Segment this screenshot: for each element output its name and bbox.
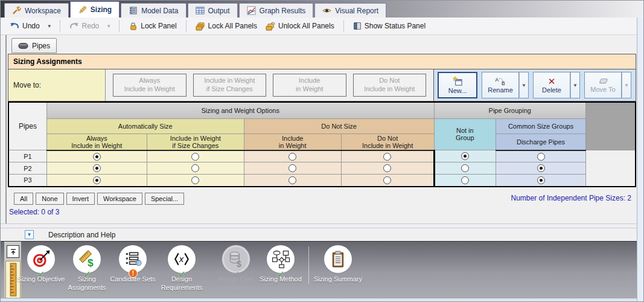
select-all-button[interactable]: All xyxy=(14,193,33,205)
radio-P1-discharge[interactable] xyxy=(537,153,545,161)
radio-cell xyxy=(434,175,496,187)
radio-P1-do_not_include[interactable] xyxy=(383,153,391,161)
app-window: Workspace Sizing Model Data Output Graph… xyxy=(0,0,644,302)
radio-P1-always[interactable] xyxy=(93,153,101,161)
pipe-row-label: P1 xyxy=(8,150,46,162)
collapse-description-button[interactable]: ▼ xyxy=(25,230,34,239)
unlock-all-panels-button[interactable]: Unlock All Panels xyxy=(263,20,337,33)
delete-button[interactable]: ✕ Delete xyxy=(533,72,570,98)
undo-label: Undo xyxy=(22,22,40,30)
radio-P1-not_in_group[interactable] xyxy=(461,152,469,160)
radio-P3-do_not_include[interactable] xyxy=(383,176,391,184)
tab-workspace[interactable]: Workspace xyxy=(4,3,69,18)
move-include-if-changes-button[interactable]: Include in Weight if Size Changes xyxy=(193,74,267,97)
undo-dropdown-caret[interactable]: ▼ xyxy=(45,24,54,29)
radio-P2-do_not_include[interactable] xyxy=(383,164,391,172)
nav-sizing-assignments[interactable]: $ ✓ Sizing Assignments xyxy=(62,245,112,292)
status-panel-icon xyxy=(353,22,362,30)
svg-text:$: $ xyxy=(88,257,94,268)
tab-pipes-label: Pipes xyxy=(32,42,50,50)
tab-pipes[interactable]: Pipes xyxy=(11,38,57,53)
eraser-icon xyxy=(597,77,609,85)
undo-button[interactable]: Undo xyxy=(7,20,43,32)
nav-label: Candidate Sets xyxy=(107,275,158,284)
move-do-not-include-button[interactable]: Do Not Include in Weight xyxy=(353,74,427,97)
nav-candidate-sets[interactable]: ! Candidate Sets xyxy=(107,245,158,284)
nav-sizing-summary[interactable]: Sizing Summary xyxy=(313,245,363,284)
radio-P3-not_in_group[interactable] xyxy=(461,176,469,184)
radio-P1-if_size_changes[interactable] xyxy=(191,153,199,161)
radio-P3-discharge[interactable] xyxy=(537,176,545,184)
tab-output[interactable]: Output xyxy=(188,3,238,18)
radio-P2-include[interactable] xyxy=(289,164,296,172)
move-to-row: Move to: Always Include in Weight Includ… xyxy=(8,69,636,101)
move-always-include-button[interactable]: Always Include in Weight xyxy=(113,74,187,97)
panel-splitter[interactable]: ▼ xyxy=(1,223,638,228)
tab-label: Workspace xyxy=(25,7,61,15)
lock-all-icon xyxy=(196,22,205,31)
lock-panel-button[interactable]: Lock Panel xyxy=(126,20,179,33)
rename-icon: AB xyxy=(494,77,506,86)
invert-selection-button[interactable]: Invert xyxy=(66,193,95,205)
always-include-header: Always Include in Weight xyxy=(46,133,147,150)
redo-dropdown-caret[interactable]: ▼ xyxy=(104,24,113,29)
radio-cell xyxy=(341,150,434,162)
radio-P1-include[interactable] xyxy=(289,153,296,161)
svg-text:B: B xyxy=(502,80,505,86)
tab-visual-report[interactable]: Visual Report xyxy=(314,3,386,18)
radio-P3-if_size_changes[interactable] xyxy=(191,176,199,184)
tab-sizing[interactable]: Sizing xyxy=(70,1,120,18)
graph-icon xyxy=(247,6,256,15)
delete-icon: ✕ xyxy=(548,77,556,86)
undo-icon xyxy=(10,22,19,30)
redo-icon xyxy=(69,22,79,30)
tab-model-data[interactable]: Model Data xyxy=(121,3,186,18)
lock-all-panels-button[interactable]: Lock All Panels xyxy=(193,20,260,33)
tab-label: Sizing xyxy=(91,5,112,14)
move-to-buttons: Always Include in Weight Include in Weig… xyxy=(106,69,433,101)
special-select-button[interactable]: Special... xyxy=(145,193,184,205)
nav-sizing-objective[interactable]: ✓ Sizing Objective xyxy=(16,245,66,284)
not-in-group-header: Not in Group xyxy=(434,118,496,150)
nav-label: Assign Cost Libraries xyxy=(211,275,261,292)
workspace-select-button[interactable]: Workspace xyxy=(97,193,142,205)
new-group-label: New... xyxy=(448,87,467,94)
delete-dropdown-caret[interactable]: ▼ xyxy=(570,72,580,98)
radio-P3-include[interactable] xyxy=(289,176,296,184)
radio-P3-always[interactable] xyxy=(93,176,101,184)
tab-label: Graph Results xyxy=(260,7,306,15)
independent-pipe-sizes-label: Number of Independent Pipe Sizes: 2 xyxy=(511,194,631,202)
move-include-button[interactable]: Include in Weight xyxy=(273,74,346,97)
toolbar-separator xyxy=(186,20,187,32)
tab-label: Visual Report xyxy=(335,7,378,15)
rename-button[interactable]: AB Rename xyxy=(482,72,519,98)
delete-label: Delete xyxy=(542,86,561,94)
sizing-assignments-table: Pipes Sizing and Weight Options Pipe Gro… xyxy=(8,101,636,187)
move-to-button[interactable]: Move To xyxy=(584,72,622,98)
nav-design-requirements[interactable]: x ✓ Design Requirements xyxy=(156,245,207,292)
move-to-dropdown-caret[interactable]: ▼ xyxy=(622,72,631,98)
move-to-group: Move To ▼ xyxy=(584,72,631,98)
radio-P2-discharge[interactable] xyxy=(537,164,545,172)
nav-assign-cost-libraries[interactable]: $ ✓ Assign Cost Libraries xyxy=(211,245,261,292)
radio-P2-if_size_changes[interactable] xyxy=(191,164,199,172)
new-group-button[interactable]: New... xyxy=(438,72,477,98)
automatically-size-header: Automatically Size xyxy=(46,118,244,133)
radio-cell xyxy=(46,162,147,175)
radio-P2-always[interactable] xyxy=(93,164,101,172)
target-icon xyxy=(32,250,50,268)
tab-graph-results[interactable]: Graph Results xyxy=(239,3,314,18)
select-none-button[interactable]: None xyxy=(36,193,63,205)
pipe-row-label: P3 xyxy=(8,175,46,187)
nav-sizing-method[interactable]: ✓ Sizing Method xyxy=(255,245,306,284)
radio-cell xyxy=(147,162,244,175)
show-status-panel-button[interactable]: Show Status Panel xyxy=(350,20,429,32)
lock-all-panels-label: Lock All Panels xyxy=(208,22,257,30)
redo-button[interactable]: Redo xyxy=(66,20,103,32)
show-status-panel-label: Show Status Panel xyxy=(365,22,426,30)
nav-separator xyxy=(308,246,309,284)
rename-dropdown-caret[interactable]: ▼ xyxy=(519,72,529,98)
radio-cell xyxy=(46,175,147,187)
radio-P2-not_in_group[interactable] xyxy=(461,164,469,172)
radio-cell xyxy=(434,162,496,175)
